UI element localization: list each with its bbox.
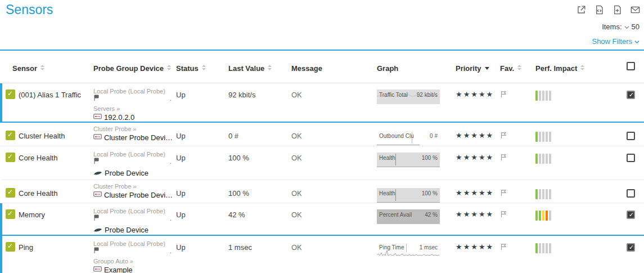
device-icon — [93, 113, 102, 122]
graph-label: Percent Avail — [379, 212, 412, 218]
probe-group-device-cell: Cluster Probe » Cluster Probe Devi… — [93, 180, 176, 203]
row-checkbox[interactable] — [627, 91, 635, 99]
row-checkbox[interactable] — [627, 132, 635, 140]
group-link[interactable]: Cluster Probe » — [93, 183, 173, 190]
toolbar — [576, 5, 641, 15]
sensor-link[interactable]: Core Health — [2, 146, 93, 180]
perf-impact-bars — [535, 91, 627, 101]
mini-graph[interactable]: Health 100 % — [377, 153, 440, 167]
sort-icon — [267, 64, 272, 71]
group-link[interactable]: Cluster Probe » — [93, 126, 173, 133]
status-value: Up — [176, 123, 228, 146]
column-header-status[interactable]: Status — [176, 51, 228, 83]
mini-graph[interactable]: Traffic Total 92 kbit/s — [377, 89, 440, 104]
mini-graph[interactable]: Ping Time 1 msec — [377, 242, 440, 257]
row-checkbox[interactable] — [627, 211, 635, 219]
probe-name[interactable]: Local Probe (Local Probe) — [93, 240, 173, 247]
sensor-link[interactable]: Memory — [2, 203, 93, 235]
xml-export-icon[interactable] — [594, 5, 605, 15]
graph-value: 42 % — [425, 212, 438, 218]
sort-icon — [166, 64, 172, 71]
favorite-flag-icon[interactable] — [500, 203, 535, 235]
graph-label: Outbound Clu — [379, 133, 414, 139]
sensor-link[interactable]: Ping — [2, 236, 93, 273]
probe-flag-icon — [93, 158, 100, 165]
probe-name[interactable]: Local Probe (Local Probe) — [93, 151, 173, 158]
priority-stars[interactable]: ★★★★★ — [456, 180, 500, 203]
graph-value: 1 msec — [420, 244, 438, 250]
row-checkbox[interactable] — [627, 154, 635, 162]
favorite-flag-icon[interactable] — [500, 83, 535, 122]
sensor-name: Cluster Health — [19, 132, 65, 140]
priority-stars[interactable]: ★★★★★ — [456, 83, 500, 122]
show-filters-toggle[interactable]: Show Filters — [592, 37, 640, 46]
priority-stars[interactable]: ★★★★★ — [456, 146, 500, 180]
column-header-probe-group-device[interactable]: Probe Group Device — [93, 51, 176, 83]
last-value: 92 kbit/s — [228, 83, 291, 122]
status-value: Up — [176, 236, 228, 273]
sort-icon — [201, 64, 206, 71]
priority-stars[interactable]: ★★★★★ — [456, 203, 500, 235]
column-header-priority[interactable]: Priority — [456, 51, 500, 83]
probe-flag-icon — [93, 247, 100, 254]
items-label: Items: — [602, 23, 622, 31]
device-link[interactable]: Probe Device — [93, 226, 173, 234]
device-link[interactable]: Cluster Probe Devi… — [93, 191, 173, 199]
group-link[interactable]: Servers » — [93, 105, 173, 113]
sensor-ok-icon — [6, 242, 15, 252]
row-checkbox[interactable] — [627, 243, 635, 252]
graph-label: Health — [379, 155, 395, 161]
column-header-fav[interactable]: Fav. — [500, 51, 535, 83]
probe-name[interactable]: Local Probe (Local Probe) — [93, 208, 173, 214]
items-count-dropdown[interactable]: Items: 50 — [602, 23, 640, 31]
mini-graph[interactable]: Outbound Clu 0 # — [377, 131, 440, 145]
row-checkbox[interactable] — [627, 189, 635, 198]
sensor-name: Memory — [19, 211, 45, 219]
probe-dot: . — [170, 247, 172, 255]
device-link[interactable]: Example — [93, 266, 173, 273]
device-link[interactable]: Probe Device — [93, 169, 173, 177]
sensor-link[interactable]: Core Health — [2, 180, 93, 203]
graph-label: Traffic Total — [379, 92, 408, 98]
device-link[interactable]: 192.0.2.0 — [93, 113, 173, 122]
favorite-flag-icon[interactable] — [500, 123, 535, 146]
perf-impact-bars — [535, 243, 627, 253]
sensor-link[interactable]: (001) Alias 1 Traffic — [2, 83, 93, 122]
perf-impact-bars — [535, 211, 627, 221]
column-header-sensor[interactable]: Sensor — [2, 51, 93, 83]
priority-stars[interactable]: ★★★★★ — [456, 122, 500, 146]
device-icon — [93, 266, 102, 273]
mini-graph[interactable]: Health 100 % — [377, 188, 440, 203]
sensor-link[interactable]: Cluster Health — [2, 123, 93, 146]
table-header: Sensor Probe Group Device Status Last Va… — [0, 51, 644, 83]
sensor-ok-icon — [6, 89, 15, 99]
sort-icon — [517, 64, 522, 71]
mini-graph[interactable]: Percent Avail 42 % — [377, 209, 440, 224]
probe-device-icon — [93, 169, 102, 177]
sort-icon — [40, 64, 45, 71]
favorite-flag-icon[interactable] — [500, 180, 535, 203]
group-link[interactable]: Groupo Auto » — [93, 258, 173, 265]
favorite-flag-icon[interactable] — [500, 236, 535, 273]
add-report-icon[interactable] — [612, 5, 623, 15]
column-header-last-value[interactable]: Last Value — [228, 51, 291, 83]
table-row: Cluster Health Cluster Probe » Cluster P… — [0, 123, 644, 146]
column-header-perf-impact[interactable]: Perf. Impact — [535, 51, 627, 83]
probe-name[interactable]: Local Probe (Local Probe) — [93, 88, 173, 95]
device-link[interactable]: Cluster Probe Devi… — [93, 133, 173, 142]
open-external-icon[interactable] — [576, 5, 587, 15]
select-all-checkbox[interactable] — [627, 62, 635, 70]
probe-group-device-cell: Cluster Probe » Cluster Probe Devi… — [93, 123, 176, 146]
email-icon[interactable] — [630, 5, 641, 15]
graph-value: 92 kbit/s — [417, 92, 438, 98]
priority-stars[interactable]: ★★★★★ — [456, 235, 500, 273]
status-value: Up — [176, 180, 228, 203]
probe-group-device-cell: Local Probe (Local Probe) . Servers » 19… — [93, 83, 176, 122]
column-header-message[interactable]: Message — [291, 51, 377, 83]
message-value: OK — [291, 146, 377, 180]
graph-label: Health — [379, 190, 395, 196]
graph-value: 100 % — [422, 155, 438, 161]
probe-group-device-cell: Local Probe (Local Probe) . Probe Device — [93, 146, 176, 180]
favorite-flag-icon[interactable] — [500, 146, 535, 180]
column-header-graph: Graph — [377, 51, 456, 83]
